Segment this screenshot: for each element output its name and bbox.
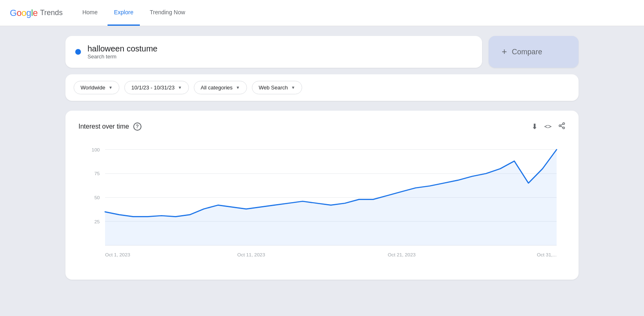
- download-icon[interactable]: ⬇: [532, 122, 538, 131]
- chart-title-row: Interest over time ?: [79, 122, 141, 131]
- search-dot-indicator: [75, 49, 81, 55]
- chevron-down-icon: ▼: [108, 85, 112, 90]
- chevron-down-icon: ▼: [236, 85, 240, 90]
- google-trends-logo[interactable]: Google Trends: [10, 8, 63, 18]
- help-icon[interactable]: ?: [133, 122, 141, 131]
- compare-plus-icon: +: [502, 47, 507, 57]
- svg-line-3: [561, 126, 563, 127]
- nav-trending-now[interactable]: Trending Now: [143, 0, 192, 26]
- chart-container: 100 75 50 25 Oct 1, 2023 Oct 11, 2023 Oc…: [79, 141, 565, 273]
- x-label-oct21: Oct 21, 2023: [388, 252, 416, 258]
- svg-line-4: [561, 124, 563, 125]
- x-label-oct11: Oct 11, 2023: [237, 252, 265, 258]
- chart-actions: ⬇ <>: [532, 122, 565, 131]
- compare-label: Compare: [512, 48, 542, 56]
- chevron-down-icon: ▼: [291, 85, 295, 90]
- filter-date[interactable]: 10/1/23 - 10/31/23 ▼: [124, 81, 188, 94]
- filter-region-label: Worldwide: [81, 85, 105, 91]
- compare-card[interactable]: + Compare: [489, 36, 579, 68]
- x-label-oct31: Oct 31,...: [537, 252, 556, 258]
- y-label-25: 25: [94, 219, 100, 225]
- nav-home[interactable]: Home: [76, 0, 104, 26]
- filter-search-type-label: Web Search: [259, 85, 288, 91]
- y-label-100: 100: [92, 147, 100, 153]
- interest-chart-svg: 100 75 50 25 Oct 1, 2023 Oct 11, 2023 Oc…: [79, 141, 565, 271]
- share-icon[interactable]: [558, 122, 565, 131]
- chevron-down-icon: ▼: [178, 85, 182, 90]
- embed-icon[interactable]: <>: [544, 123, 552, 130]
- nav-explore[interactable]: Explore: [108, 0, 140, 26]
- filter-date-label: 10/1/23 - 10/31/23: [131, 85, 175, 91]
- interest-over-time-card: Interest over time ? ⬇ <> 1: [65, 111, 579, 280]
- filter-region[interactable]: Worldwide ▼: [74, 81, 119, 94]
- logo-google-text: Google: [10, 8, 38, 18]
- filter-category[interactable]: All categories ▼: [194, 81, 247, 94]
- filter-search-type[interactable]: Web Search ▼: [252, 81, 302, 94]
- chart-header: Interest over time ? ⬇ <>: [79, 122, 565, 131]
- main-nav: Home Explore Trending Now: [76, 0, 191, 26]
- app-header: Google Trends Home Explore Trending Now: [0, 0, 644, 26]
- filter-category-label: All categories: [201, 85, 233, 91]
- y-label-50: 50: [94, 195, 100, 200]
- main-content: halloween costume Search term + Compare …: [0, 26, 644, 316]
- chart-title: Interest over time: [79, 123, 129, 130]
- search-text-group: halloween costume Search term: [88, 44, 157, 60]
- y-label-75: 75: [94, 171, 100, 176]
- logo-trends-text: Trends: [40, 9, 63, 17]
- search-compare-row: halloween costume Search term + Compare: [65, 36, 579, 68]
- search-term-text: halloween costume: [88, 44, 157, 53]
- search-type-label: Search term: [88, 53, 157, 60]
- search-term-card: halloween costume Search term: [65, 36, 482, 68]
- filter-row: Worldwide ▼ 10/1/23 - 10/31/23 ▼ All cat…: [65, 74, 579, 101]
- x-label-oct1: Oct 1, 2023: [105, 252, 130, 258]
